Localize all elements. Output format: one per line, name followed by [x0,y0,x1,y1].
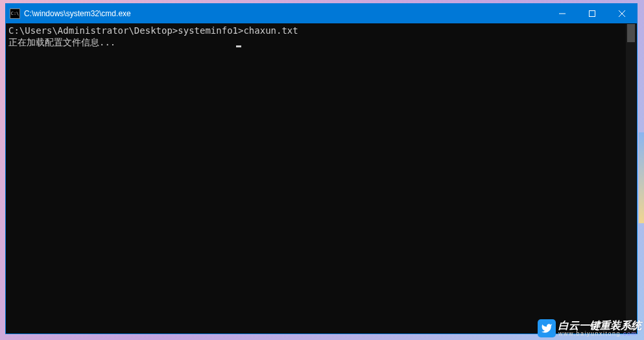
cursor-padding [115,37,235,47]
watermark-bird-icon [538,319,556,337]
text-cursor [236,45,241,47]
close-button[interactable] [607,4,637,23]
cmd-window: C:\ C:\windows\system32\cmd.exe C:\Users… [5,3,638,334]
titlebar[interactable]: C:\ C:\windows\system32\cmd.exe [6,4,637,23]
watermark: 白云一键重装系统 www.baiyunxitong.com [538,319,641,337]
scrollbar-thumb[interactable] [627,24,635,42]
vertical-scrollbar[interactable]: ▾ [626,24,636,333]
watermark-text-group: 白云一键重装系统 www.baiyunxitong.com [558,321,641,337]
watermark-url-suffix: .com [621,330,638,337]
watermark-title: 白云一键重装系统 [558,321,641,331]
status-text: 正在加载配置文件信息... [8,37,115,47]
minimize-button[interactable] [547,4,577,23]
prompt-text: C:\Users\Administrator\Desktop> [8,25,178,36]
window-controls [547,4,637,23]
command-line: C:\Users\Administrator\Desktop>systeminf… [8,25,634,36]
background-gradient-edge [639,132,644,223]
cmd-icon: C:\ [10,8,20,19]
maximize-button[interactable] [577,4,607,23]
cmd-icon-text: C:\ [11,11,19,16]
terminal-output[interactable]: C:\Users\Administrator\Desktop>systeminf… [6,23,637,334]
command-text: systeminfo1>chaxun.txt [178,25,298,36]
watermark-url-prefix: www.baiyunxitong [558,330,621,337]
watermark-url: www.baiyunxitong.com [558,331,641,337]
window-title: C:\windows\system32\cmd.exe [24,4,547,23]
svg-rect-1 [590,11,595,17]
status-line: 正在加载配置文件信息... [8,36,634,48]
